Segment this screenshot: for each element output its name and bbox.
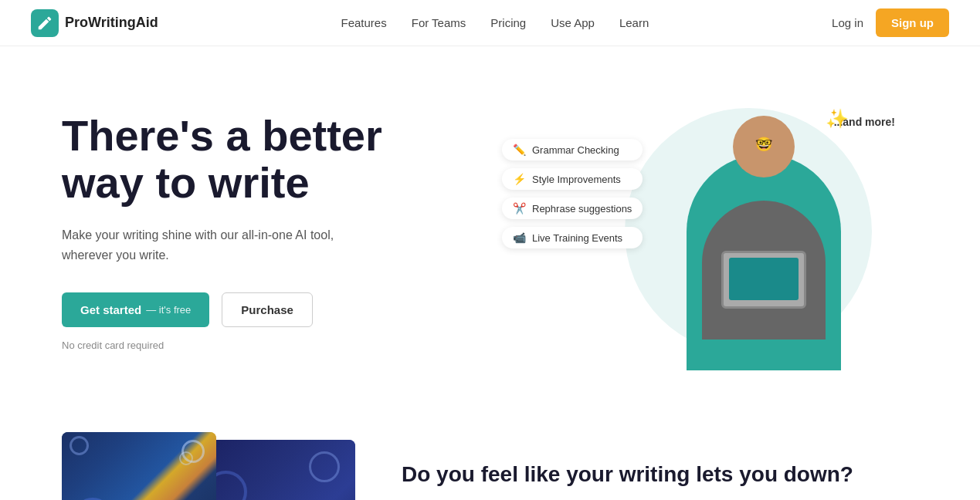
- feature-tag-style: ⚡ Style Improvements: [502, 168, 643, 190]
- second-section: My idea in my head Do you feel like your…: [0, 401, 980, 500]
- training-icon: 📹: [513, 231, 526, 244]
- hero-title: There's a better way to write: [62, 112, 479, 207]
- painting-starry-night: [62, 432, 216, 500]
- hero-buttons: Get started — it's free Purchase: [62, 292, 479, 327]
- logo-icon: [31, 9, 59, 37]
- login-button[interactable]: Log in: [832, 16, 863, 29]
- nav-actions: Log in Sign up: [832, 8, 949, 37]
- second-left-art: My idea in my head: [62, 432, 355, 500]
- no-cc-text: No credit card required: [62, 340, 479, 351]
- nav-learn[interactable]: Learn: [619, 16, 649, 29]
- painting-second: [193, 440, 355, 500]
- hero-right: 🤓 ...and more! ✨ ✏️ Grammar Checking ⚡ S…: [479, 93, 918, 370]
- feature-tag-rephrase: ✂️ Rephrase suggestions: [502, 198, 643, 219]
- nav-links: Features For Teams Pricing Use App Learn: [341, 16, 649, 29]
- hero-subtitle: Make your writing shine with our all-in-…: [62, 225, 340, 265]
- nav-features[interactable]: Features: [341, 16, 387, 29]
- nav-pricing[interactable]: Pricing: [490, 16, 526, 29]
- second-section-title: Do you feel like your writing lets you d…: [402, 461, 918, 488]
- navbar: ProWritingAid Features For Teams Pricing…: [0, 0, 980, 46]
- sparkle-icon: ✨: [826, 108, 849, 130]
- nav-use-app[interactable]: Use App: [551, 16, 595, 29]
- get-started-button[interactable]: Get started — it's free: [62, 292, 209, 327]
- hero-section: There's a better way to write Make your …: [0, 46, 980, 401]
- glasses-icon: 🤓: [741, 136, 787, 153]
- logo-text: ProWritingAid: [65, 15, 158, 31]
- second-right-text: Do you feel like your writing lets you d…: [402, 461, 918, 500]
- signup-button[interactable]: Sign up: [876, 8, 949, 37]
- nav-for-teams[interactable]: For Teams: [412, 16, 466, 29]
- grammar-icon: ✏️: [513, 144, 526, 156]
- free-label: — it's free: [146, 304, 191, 316]
- hero-left: There's a better way to write Make your …: [62, 112, 479, 351]
- feature-tag-training: 📹 Live Training Events: [502, 227, 643, 248]
- style-icon: ⚡: [513, 173, 526, 185]
- rephrase-icon: ✂️: [513, 202, 526, 215]
- feature-tag-grammar: ✏️ Grammar Checking: [502, 139, 643, 160]
- feature-tags: ✏️ Grammar Checking ⚡ Style Improvements…: [502, 139, 643, 248]
- laptop: [721, 251, 806, 309]
- purchase-button[interactable]: Purchase: [222, 292, 313, 327]
- logo[interactable]: ProWritingAid: [31, 9, 158, 37]
- hero-illustration: 🤓: [656, 93, 872, 370]
